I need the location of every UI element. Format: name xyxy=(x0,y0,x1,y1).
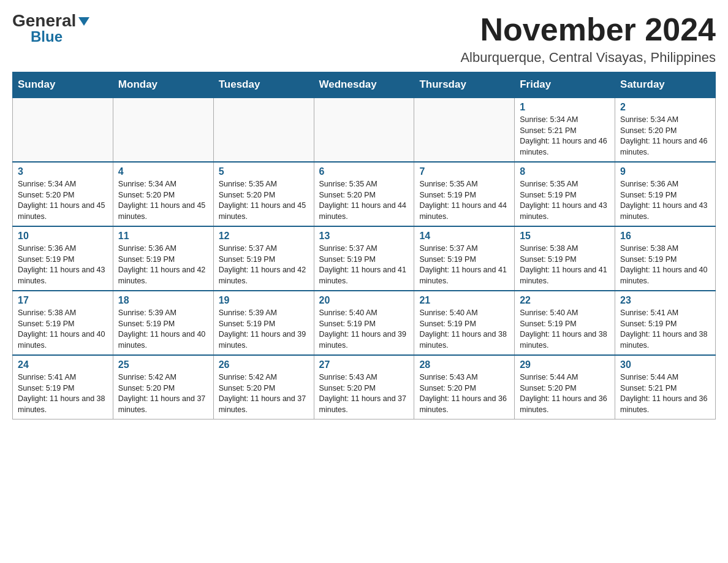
calendar-cell: 10Sunrise: 5:36 AM Sunset: 5:19 PM Dayli… xyxy=(13,226,113,291)
week-row-2: 3Sunrise: 5:34 AM Sunset: 5:20 PM Daylig… xyxy=(13,162,716,226)
day-info: Sunrise: 5:38 AM Sunset: 5:19 PM Dayligh… xyxy=(18,308,108,351)
day-info: Sunrise: 5:36 AM Sunset: 5:19 PM Dayligh… xyxy=(18,243,108,286)
calendar-cell: 27Sunrise: 5:43 AM Sunset: 5:20 PM Dayli… xyxy=(314,355,414,419)
day-number: 21 xyxy=(419,295,509,306)
calendar-cell: 8Sunrise: 5:35 AM Sunset: 5:19 PM Daylig… xyxy=(515,162,615,226)
column-header-tuesday: Tuesday xyxy=(213,72,314,98)
calendar-cell xyxy=(414,98,515,162)
day-info: Sunrise: 5:34 AM Sunset: 5:20 PM Dayligh… xyxy=(118,179,208,222)
day-info: Sunrise: 5:35 AM Sunset: 5:19 PM Dayligh… xyxy=(520,179,610,222)
calendar-cell: 15Sunrise: 5:38 AM Sunset: 5:19 PM Dayli… xyxy=(515,226,615,291)
day-info: Sunrise: 5:40 AM Sunset: 5:19 PM Dayligh… xyxy=(319,308,409,351)
day-number: 2 xyxy=(620,102,710,113)
day-info: Sunrise: 5:41 AM Sunset: 5:19 PM Dayligh… xyxy=(18,372,108,415)
column-header-wednesday: Wednesday xyxy=(314,72,414,98)
logo-triangle-icon xyxy=(77,15,91,28)
day-info: Sunrise: 5:44 AM Sunset: 5:21 PM Dayligh… xyxy=(620,372,710,415)
day-info: Sunrise: 5:39 AM Sunset: 5:19 PM Dayligh… xyxy=(118,308,208,351)
week-row-3: 10Sunrise: 5:36 AM Sunset: 5:19 PM Dayli… xyxy=(13,226,716,291)
day-number: 8 xyxy=(520,166,610,177)
day-number: 28 xyxy=(419,359,509,370)
day-info: Sunrise: 5:38 AM Sunset: 5:19 PM Dayligh… xyxy=(520,243,610,286)
day-number: 3 xyxy=(18,166,108,177)
day-info: Sunrise: 5:36 AM Sunset: 5:19 PM Dayligh… xyxy=(620,179,710,222)
day-number: 18 xyxy=(118,295,208,306)
day-number: 27 xyxy=(319,359,409,370)
day-info: Sunrise: 5:37 AM Sunset: 5:19 PM Dayligh… xyxy=(419,243,509,286)
day-number: 20 xyxy=(319,295,409,306)
calendar-cell: 30Sunrise: 5:44 AM Sunset: 5:21 PM Dayli… xyxy=(615,355,716,419)
day-info: Sunrise: 5:43 AM Sunset: 5:20 PM Dayligh… xyxy=(419,372,509,415)
column-header-monday: Monday xyxy=(113,72,213,98)
day-number: 5 xyxy=(219,166,309,177)
day-info: Sunrise: 5:36 AM Sunset: 5:19 PM Dayligh… xyxy=(118,243,208,286)
week-row-4: 17Sunrise: 5:38 AM Sunset: 5:19 PM Dayli… xyxy=(13,291,716,355)
day-number: 6 xyxy=(319,166,409,177)
day-info: Sunrise: 5:40 AM Sunset: 5:19 PM Dayligh… xyxy=(520,308,610,351)
calendar-cell: 7Sunrise: 5:35 AM Sunset: 5:19 PM Daylig… xyxy=(414,162,515,226)
calendar-cell: 14Sunrise: 5:37 AM Sunset: 5:19 PM Dayli… xyxy=(414,226,515,291)
day-info: Sunrise: 5:34 AM Sunset: 5:21 PM Dayligh… xyxy=(520,115,610,158)
calendar-cell: 16Sunrise: 5:38 AM Sunset: 5:19 PM Dayli… xyxy=(615,226,716,291)
day-info: Sunrise: 5:37 AM Sunset: 5:19 PM Dayligh… xyxy=(319,243,409,286)
calendar-cell: 21Sunrise: 5:40 AM Sunset: 5:19 PM Dayli… xyxy=(414,291,515,355)
calendar-cell: 6Sunrise: 5:35 AM Sunset: 5:20 PM Daylig… xyxy=(314,162,414,226)
calendar-cell: 2Sunrise: 5:34 AM Sunset: 5:20 PM Daylig… xyxy=(615,98,716,162)
logo: General Blue xyxy=(12,12,91,44)
calendar-cell: 9Sunrise: 5:36 AM Sunset: 5:19 PM Daylig… xyxy=(615,162,716,226)
calendar-cell: 11Sunrise: 5:36 AM Sunset: 5:19 PM Dayli… xyxy=(113,226,213,291)
day-number: 4 xyxy=(118,166,208,177)
calendar-table: SundayMondayTuesdayWednesdayThursdayFrid… xyxy=(12,72,716,419)
location-subtitle: Alburquerque, Central Visayas, Philippin… xyxy=(460,50,716,66)
calendar-cell: 28Sunrise: 5:43 AM Sunset: 5:20 PM Dayli… xyxy=(414,355,515,419)
calendar-cell xyxy=(314,98,414,162)
day-number: 26 xyxy=(219,359,309,370)
day-number: 22 xyxy=(520,295,610,306)
day-info: Sunrise: 5:38 AM Sunset: 5:19 PM Dayligh… xyxy=(620,243,710,286)
day-number: 15 xyxy=(520,231,610,242)
day-info: Sunrise: 5:41 AM Sunset: 5:19 PM Dayligh… xyxy=(620,308,710,351)
day-number: 25 xyxy=(118,359,208,370)
week-row-5: 24Sunrise: 5:41 AM Sunset: 5:19 PM Dayli… xyxy=(13,355,716,419)
day-number: 14 xyxy=(419,231,509,242)
calendar-cell: 17Sunrise: 5:38 AM Sunset: 5:19 PM Dayli… xyxy=(13,291,113,355)
calendar-cell xyxy=(113,98,213,162)
logo-blue-text: Blue xyxy=(31,29,63,44)
day-number: 23 xyxy=(620,295,710,306)
day-info: Sunrise: 5:34 AM Sunset: 5:20 PM Dayligh… xyxy=(18,179,108,222)
day-info: Sunrise: 5:39 AM Sunset: 5:19 PM Dayligh… xyxy=(219,308,309,351)
calendar-cell: 22Sunrise: 5:40 AM Sunset: 5:19 PM Dayli… xyxy=(515,291,615,355)
day-info: Sunrise: 5:35 AM Sunset: 5:20 PM Dayligh… xyxy=(319,179,409,222)
calendar-cell: 13Sunrise: 5:37 AM Sunset: 5:19 PM Dayli… xyxy=(314,226,414,291)
calendar-header-row: SundayMondayTuesdayWednesdayThursdayFrid… xyxy=(13,72,716,98)
calendar-cell: 23Sunrise: 5:41 AM Sunset: 5:19 PM Dayli… xyxy=(615,291,716,355)
calendar-cell: 20Sunrise: 5:40 AM Sunset: 5:19 PM Dayli… xyxy=(314,291,414,355)
day-number: 7 xyxy=(419,166,509,177)
column-header-thursday: Thursday xyxy=(414,72,515,98)
day-info: Sunrise: 5:43 AM Sunset: 5:20 PM Dayligh… xyxy=(319,372,409,415)
day-number: 12 xyxy=(219,231,309,242)
week-row-1: 1Sunrise: 5:34 AM Sunset: 5:21 PM Daylig… xyxy=(13,98,716,162)
day-number: 13 xyxy=(319,231,409,242)
day-info: Sunrise: 5:40 AM Sunset: 5:19 PM Dayligh… xyxy=(419,308,509,351)
day-info: Sunrise: 5:42 AM Sunset: 5:20 PM Dayligh… xyxy=(219,372,309,415)
column-header-sunday: Sunday xyxy=(13,72,113,98)
day-number: 17 xyxy=(18,295,108,306)
calendar-cell: 24Sunrise: 5:41 AM Sunset: 5:19 PM Dayli… xyxy=(13,355,113,419)
day-number: 10 xyxy=(18,231,108,242)
day-number: 29 xyxy=(520,359,610,370)
day-number: 24 xyxy=(18,359,108,370)
day-number: 19 xyxy=(219,295,309,306)
day-info: Sunrise: 5:35 AM Sunset: 5:19 PM Dayligh… xyxy=(419,179,509,222)
calendar-cell: 3Sunrise: 5:34 AM Sunset: 5:20 PM Daylig… xyxy=(13,162,113,226)
calendar-cell: 4Sunrise: 5:34 AM Sunset: 5:20 PM Daylig… xyxy=(113,162,213,226)
page-header: General Blue November 2024 Alburquerque,… xyxy=(12,12,716,66)
day-info: Sunrise: 5:37 AM Sunset: 5:19 PM Dayligh… xyxy=(219,243,309,286)
calendar-cell: 26Sunrise: 5:42 AM Sunset: 5:20 PM Dayli… xyxy=(213,355,314,419)
day-number: 9 xyxy=(620,166,710,177)
day-info: Sunrise: 5:34 AM Sunset: 5:20 PM Dayligh… xyxy=(620,115,710,158)
day-info: Sunrise: 5:44 AM Sunset: 5:20 PM Dayligh… xyxy=(520,372,610,415)
calendar-cell: 5Sunrise: 5:35 AM Sunset: 5:20 PM Daylig… xyxy=(213,162,314,226)
calendar-cell xyxy=(13,98,113,162)
day-number: 30 xyxy=(620,359,710,370)
